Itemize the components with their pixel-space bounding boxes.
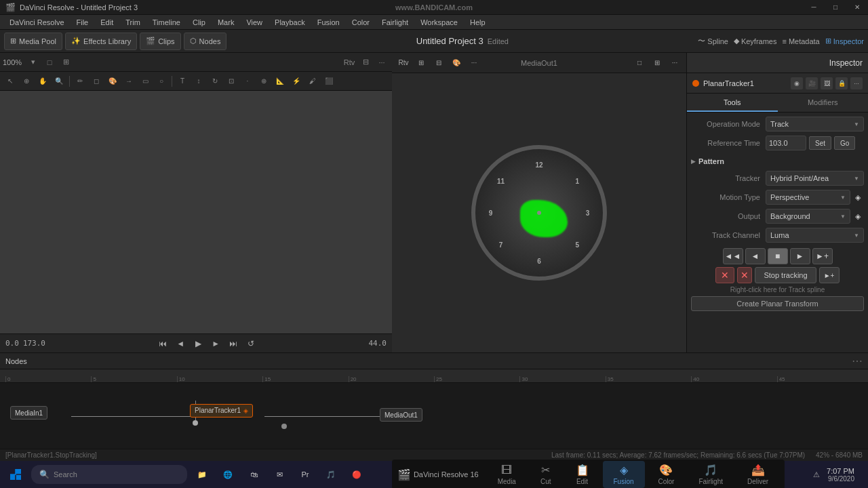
forward-button[interactable]: ► xyxy=(208,336,223,351)
skip-back-button[interactable]: ⏮ xyxy=(155,336,170,351)
menu-fusion[interactable]: Fusion xyxy=(312,17,345,28)
nav-media[interactable]: 🎞 Media xyxy=(487,462,527,488)
tool-select[interactable]: ↖ xyxy=(3,74,18,89)
node-icon-color[interactable]: ◉ xyxy=(791,77,803,89)
tool-cursor2[interactable]: ↕ xyxy=(191,74,206,89)
tool-color[interactable]: 🎨 xyxy=(105,74,120,89)
create-transform-button[interactable]: Create Planar Transform xyxy=(691,296,864,311)
tool-arrow[interactable]: → xyxy=(121,74,136,89)
preview-right2[interactable]: ⊞ xyxy=(650,56,665,70)
menu-fairlight[interactable]: Fairlight xyxy=(376,17,414,28)
tool-fill[interactable]: ⬛ xyxy=(321,74,336,89)
spline-button[interactable]: 〜 Spline xyxy=(698,36,728,46)
back-button[interactable]: ◄ xyxy=(173,336,188,351)
tool-text[interactable]: T xyxy=(175,74,190,89)
lpt-btn-3[interactable]: ⊞ xyxy=(58,55,73,70)
effects-button[interactable]: ✨ Effects Library xyxy=(65,33,137,50)
show-desktop-button[interactable] xyxy=(859,461,863,488)
stop-tracking-button[interactable]: Stop tracking xyxy=(755,267,816,283)
node-icon-more[interactable]: ··· xyxy=(850,77,863,89)
nav-deliver[interactable]: 📤 Deliver xyxy=(736,461,779,488)
tool-crosshair[interactable]: ⊕ xyxy=(256,74,271,89)
mediapool-button[interactable]: ⊞ Media Pool xyxy=(4,33,62,50)
nav-fairlight[interactable]: 🎵 Fairlight xyxy=(688,461,734,488)
track-forward-button[interactable]: ► xyxy=(790,248,810,264)
minimize-button[interactable]: ─ xyxy=(803,0,825,15)
nav-fusion[interactable]: ◈ Fusion xyxy=(603,461,645,488)
clips-button[interactable]: 🎬 Clips xyxy=(140,33,180,50)
track-stop-button[interactable]: ■ xyxy=(768,248,788,264)
menu-edit[interactable]: Edit xyxy=(95,17,119,28)
play-button[interactable]: ▶ xyxy=(191,336,205,351)
menu-trim[interactable]: Trim xyxy=(120,17,146,28)
nodes-button[interactable]: ⬡ Nodes xyxy=(184,33,227,50)
preview-more[interactable]: ··· xyxy=(467,56,481,70)
clear-right-button[interactable]: ✕ xyxy=(737,267,752,283)
motion-type-dropdown[interactable]: Perspective ▼ xyxy=(766,190,850,205)
tool-brush[interactable]: 🖌 xyxy=(305,74,320,89)
metadata-button[interactable]: ≡ Metadata xyxy=(782,37,819,45)
node-icon-image[interactable]: 🖼 xyxy=(821,77,833,89)
menu-playback[interactable]: Playback xyxy=(269,17,311,28)
planar-tracker-node-box[interactable]: PlanarTracker1 ◈ xyxy=(190,404,253,418)
preview-grid[interactable]: ⊟ xyxy=(431,56,446,70)
tool-point[interactable]: · xyxy=(240,74,255,89)
taskbar-chrome[interactable]: 🌐 xyxy=(216,461,240,488)
inspector-button[interactable]: ⊞ Inspector xyxy=(825,37,864,45)
menu-clip[interactable]: Clip xyxy=(187,17,211,28)
skip-forward-button[interactable]: ⏭ xyxy=(226,336,241,351)
track-skip-back-button[interactable]: ◄◄ xyxy=(723,248,743,264)
tool-track[interactable]: ⊡ xyxy=(224,74,239,89)
reference-set-button[interactable]: Set xyxy=(809,136,831,150)
search-bar[interactable]: 🔍 Search xyxy=(31,465,187,484)
nav-edit[interactable]: 📋 Edit xyxy=(565,461,600,488)
lpt-btn-1[interactable]: ▾ xyxy=(26,55,41,70)
close-button[interactable]: ✕ xyxy=(846,0,868,15)
node-icon-camera[interactable]: 🎥 xyxy=(806,77,818,89)
track-back-button[interactable]: ◄ xyxy=(745,248,766,264)
operation-mode-dropdown[interactable]: Track ▼ xyxy=(766,117,864,131)
nav-color[interactable]: 🎨 Color xyxy=(648,461,686,488)
track-fwd-plus-button[interactable]: ►+ xyxy=(812,248,833,264)
menu-file[interactable]: File xyxy=(71,17,94,28)
reference-time-input[interactable] xyxy=(766,136,806,150)
tool-circle[interactable]: ○ xyxy=(154,74,169,89)
media-in-node-box[interactable]: MediaIn1 xyxy=(10,406,47,420)
track-extra-button[interactable]: ►+ xyxy=(819,267,840,283)
tool-eraser[interactable]: ◻ xyxy=(89,74,104,89)
output-dropdown[interactable]: Background ▼ xyxy=(766,209,850,224)
lpt-grid[interactable]: ⊟ xyxy=(358,55,373,70)
tab-tools[interactable]: Tools xyxy=(687,94,778,112)
tool-wand[interactable]: ⚡ xyxy=(289,74,304,89)
preview-right3[interactable]: ··· xyxy=(667,56,682,70)
tab-modifiers[interactable]: Modifiers xyxy=(778,94,869,112)
lpt-rv[interactable]: Rtv xyxy=(342,55,357,70)
nav-cut[interactable]: ✂ Cut xyxy=(530,461,562,488)
nodes-menu-icon[interactable]: ⋯ xyxy=(852,354,863,367)
taskbar-mail[interactable]: ✉ xyxy=(267,461,292,488)
keyframes-button[interactable]: ◆ Keyframes xyxy=(734,37,777,45)
media-out-node[interactable]: MediaOut1 □ xyxy=(380,410,392,420)
track-channel-dropdown[interactable]: Luma ▼ xyxy=(766,228,864,243)
tool-ruler[interactable]: 📐 xyxy=(273,74,288,89)
taskbar-file-explorer[interactable]: 📁 xyxy=(190,461,214,488)
menu-color[interactable]: Color xyxy=(347,17,375,28)
menu-timeline[interactable]: Timeline xyxy=(147,17,186,28)
tool-move[interactable]: ⊕ xyxy=(19,74,34,89)
preview-zoom[interactable]: Rtv xyxy=(396,56,411,70)
taskbar-app1[interactable]: 🎵 xyxy=(319,461,343,488)
menu-davinci[interactable]: DaVinci Resolve xyxy=(4,17,70,28)
taskbar-premiere[interactable]: Pr xyxy=(293,461,317,488)
menu-mark[interactable]: Mark xyxy=(212,17,239,28)
tool-pen[interactable]: ✏ xyxy=(73,74,87,89)
tool-hand[interactable]: ✋ xyxy=(35,74,50,89)
loop-button[interactable]: ↺ xyxy=(243,336,258,351)
motion-type-extra[interactable]: ◈ xyxy=(852,191,864,203)
taskbar-bandicam[interactable]: 🔴 xyxy=(344,461,369,488)
lpt-more[interactable]: ··· xyxy=(374,55,389,70)
start-button[interactable] xyxy=(0,461,31,488)
reference-go-button[interactable]: Go xyxy=(834,136,855,150)
node-icon-lock[interactable]: 🔒 xyxy=(835,77,848,89)
pattern-section-header[interactable]: ▶ Pattern xyxy=(691,155,864,168)
clear-left-button[interactable]: ✕ xyxy=(715,267,734,283)
